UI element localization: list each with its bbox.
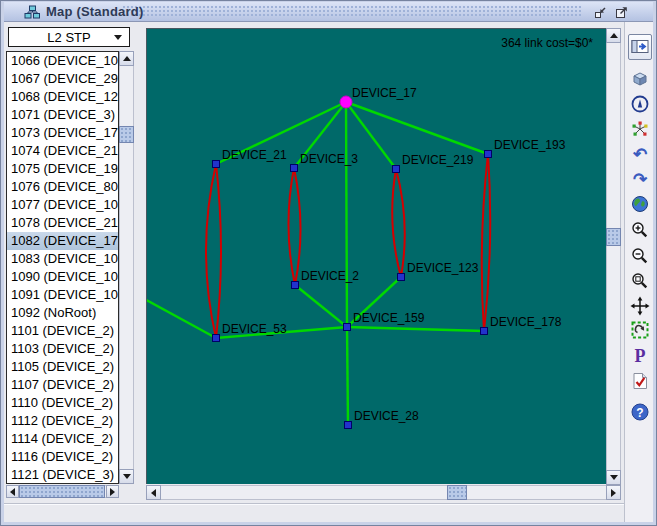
globe-button[interactable]	[628, 192, 652, 216]
window-title: Map (Standard)	[46, 4, 143, 19]
cube-button[interactable]	[628, 67, 652, 91]
list-item[interactable]: 1110 (DEVICE_2)	[7, 394, 118, 412]
list-item[interactable]: 1077 (DEVICE_102)	[7, 196, 118, 214]
map-node-DEVICE_21[interactable]	[213, 161, 220, 168]
scroll-right-button[interactable]	[106, 485, 119, 498]
map-node-DEVICE_3[interactable]	[291, 165, 298, 172]
report-button[interactable]	[628, 369, 652, 393]
pan-button[interactable]	[628, 294, 652, 318]
scroll-down-button[interactable]	[119, 469, 134, 484]
zoom-in-button[interactable]	[628, 218, 652, 242]
map-edge-DEVICE_21-DEVICE_53[interactable]	[206, 164, 216, 338]
list-item[interactable]: 1078 (DEVICE_219)	[7, 214, 118, 232]
arrow-left-icon	[10, 488, 15, 496]
svg-text:?: ?	[636, 406, 643, 420]
map-edge-DEVICE_21-DEVICE_53[interactable]	[216, 164, 221, 338]
arrow-up-icon	[123, 56, 131, 61]
map-node-DEVICE_219[interactable]	[393, 166, 400, 173]
undo-button[interactable]: ↶	[628, 142, 652, 166]
scrollbar-thumb[interactable]	[119, 126, 134, 143]
list-item[interactable]: 1107 (DEVICE_2)	[7, 376, 118, 394]
zoom-area-button[interactable]	[628, 269, 652, 293]
arrow-down-icon	[610, 475, 618, 480]
window-titlebar[interactable]: Map (Standard)	[4, 2, 653, 22]
map-node-label: DEVICE_21	[222, 148, 287, 162]
map-edge-DEVICE_159-DEVICE_28[interactable]	[347, 327, 348, 425]
maximize-window-button[interactable]	[613, 4, 629, 20]
overview-circle-icon	[630, 94, 650, 114]
list-item[interactable]: 1116 (DEVICE_2)	[7, 448, 118, 466]
view-mode-dropdown[interactable]: L2 STP	[8, 27, 130, 47]
list-item[interactable]: 1067 (DEVICE_296)	[7, 70, 118, 88]
layout-button[interactable]	[628, 117, 652, 141]
list-item[interactable]: 1075 (DEVICE_193)	[7, 160, 118, 178]
rotate-selection-button[interactable]	[628, 318, 652, 342]
letter-p-icon: P	[635, 347, 646, 365]
map-node-label: DEVICE_28	[354, 409, 419, 423]
list-item[interactable]: 1082 (DEVICE_17)	[7, 232, 118, 250]
maximize-window-icon	[614, 5, 629, 20]
device-list-vscrollbar[interactable]	[119, 51, 134, 484]
zoom-out-button[interactable]	[628, 244, 652, 268]
list-item[interactable]: 1105 (DEVICE_2)	[7, 358, 118, 376]
map-edge-DEVICE_53-offmap[interactable]	[147, 297, 216, 338]
map-node-DEVICE_193[interactable]	[485, 151, 492, 158]
map-node-DEVICE_178[interactable]	[481, 328, 488, 335]
scrollbar-thumb[interactable]	[19, 485, 105, 498]
scroll-right-button[interactable]	[606, 485, 621, 500]
document-check-icon	[630, 371, 650, 391]
list-item[interactable]: 1092 (NoRoot)	[7, 304, 118, 322]
zoom-out-icon	[630, 246, 650, 266]
map-edge-DEVICE_2-DEVICE_159[interactable]	[295, 285, 347, 327]
map-node-DEVICE_53[interactable]	[213, 335, 220, 342]
restore-window-button[interactable]	[592, 4, 608, 20]
map-vscrollbar[interactable]	[606, 28, 621, 485]
map-edge-DEVICE_3-DEVICE_2[interactable]	[294, 168, 301, 285]
list-item[interactable]: 1071 (DEVICE_3)	[7, 106, 118, 124]
map-hscrollbar[interactable]	[146, 485, 621, 500]
list-item[interactable]: 1083 (DEVICE_102)	[7, 250, 118, 268]
map-edge-DEVICE_178-DEVICE_159[interactable]	[347, 327, 484, 331]
list-item[interactable]: 1121 (DEVICE_3)	[7, 466, 118, 484]
letter-p-button[interactable]: P	[628, 344, 652, 368]
map-edge-DEVICE_17-DEVICE_193[interactable]	[346, 102, 488, 154]
list-item[interactable]: 1074 (DEVICE_21)	[7, 142, 118, 160]
scroll-left-button[interactable]	[146, 485, 161, 500]
attach-pane-button[interactable]	[628, 34, 652, 60]
scrollbar-thumb[interactable]	[606, 228, 621, 246]
map-node-label: DEVICE_219	[402, 153, 474, 167]
scroll-left-button[interactable]	[6, 485, 19, 498]
map-canvas[interactable]: DEVICE_17DEVICE_21DEVICE_3DEVICE_219DEVI…	[146, 28, 606, 484]
map-node-label: DEVICE_53	[222, 322, 287, 336]
list-item[interactable]: 1090 (DEVICE_102)	[7, 268, 118, 286]
map-node-DEVICE_2[interactable]	[292, 282, 299, 289]
scrollbar-thumb[interactable]	[447, 485, 467, 500]
map-node-label: DEVICE_178	[490, 315, 562, 329]
map-node-DEVICE_159[interactable]	[344, 324, 351, 331]
list-item[interactable]: 1101 (DEVICE_2)	[7, 322, 118, 340]
list-item[interactable]: 1091 (DEVICE_102)	[7, 286, 118, 304]
list-item[interactable]: 1073 (DEVICE_17)	[7, 124, 118, 142]
arrow-right-icon	[110, 488, 115, 496]
list-item[interactable]: 1068 (DEVICE_123)	[7, 88, 118, 106]
list-item[interactable]: 1114 (DEVICE_2)	[7, 430, 118, 448]
redo-button[interactable]: ↷	[628, 167, 652, 191]
list-item[interactable]: 1076 (DEVICE_80)	[7, 178, 118, 196]
arrow-right-icon	[611, 489, 616, 497]
map-node-DEVICE_123[interactable]	[398, 274, 405, 281]
restore-window-icon	[593, 5, 608, 20]
overview-button[interactable]	[628, 92, 652, 116]
topology-graph: DEVICE_17DEVICE_21DEVICE_3DEVICE_219DEVI…	[147, 29, 607, 485]
map-node-DEVICE_28[interactable]	[345, 422, 352, 429]
list-item[interactable]: 1112 (DEVICE_2)	[7, 412, 118, 430]
map-edge-DEVICE_17-DEVICE_159[interactable]	[346, 102, 347, 327]
help-button[interactable]: ?	[628, 400, 652, 424]
scroll-up-button[interactable]	[606, 28, 621, 43]
map-node-DEVICE_17[interactable]	[340, 96, 352, 108]
scroll-down-button[interactable]	[606, 470, 621, 485]
list-item[interactable]: 1103 (DEVICE_2)	[7, 340, 118, 358]
map-edge-DEVICE_3-DEVICE_2[interactable]	[288, 168, 295, 285]
list-item[interactable]: 1066 (DEVICE_101)	[7, 52, 118, 70]
device-list-hscrollbar[interactable]	[6, 485, 119, 498]
scroll-up-button[interactable]	[119, 51, 134, 66]
